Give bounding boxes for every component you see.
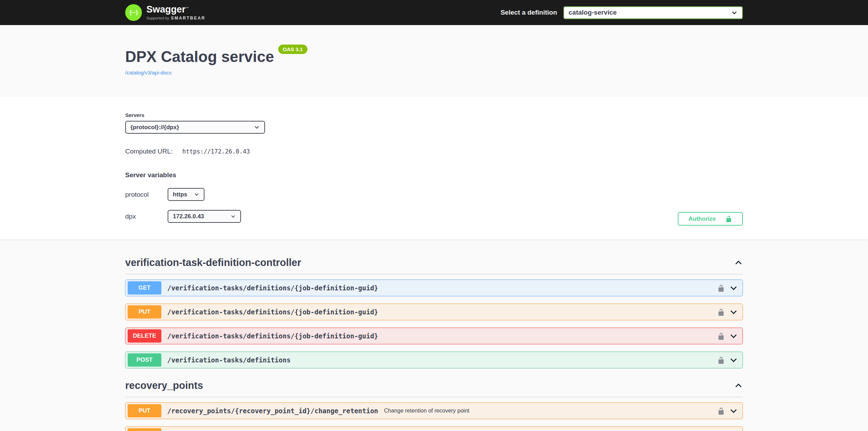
opblock-put-expire[interactable]: PUT /recovery_points/{job_instance_guid}… bbox=[125, 426, 743, 431]
method-badge: DELETE bbox=[128, 329, 161, 343]
tag-section-verification-task-definition-controller: verification-task-definition-controller … bbox=[125, 253, 743, 368]
page-title: DPX Catalog serviceOAS 3.1 bbox=[125, 48, 743, 65]
chevron-up-icon[interactable] bbox=[734, 381, 743, 390]
chevron-down-icon bbox=[231, 214, 236, 219]
api-docs-link[interactable]: /catalog/v3/api-docs bbox=[125, 70, 171, 76]
unlock-icon[interactable] bbox=[717, 332, 725, 340]
definition-select[interactable]: catalog-service bbox=[563, 6, 743, 19]
chevron-down-icon bbox=[254, 124, 260, 130]
chevron-down-icon[interactable] bbox=[729, 356, 738, 365]
definition-select-value: catalog-service bbox=[569, 9, 617, 16]
operation-path: /verification-tasks/definitions/{job-def… bbox=[167, 308, 378, 316]
method-badge: PUT bbox=[128, 305, 161, 319]
protocol-select[interactable]: https bbox=[168, 188, 204, 201]
protocol-select-value: https bbox=[173, 191, 187, 198]
unlock-icon[interactable] bbox=[717, 407, 725, 415]
opblock-put-verification-task-definition[interactable]: PUT /verification-tasks/definitions/{job… bbox=[125, 304, 743, 320]
authorize-label: Authorize bbox=[689, 216, 716, 222]
swagger-braces-glyph: {···} bbox=[129, 9, 137, 16]
chevron-down-icon bbox=[731, 9, 738, 16]
unlock-icon bbox=[725, 216, 732, 222]
server-variable-row: protocol https bbox=[125, 188, 743, 201]
computed-url-value: https://172.26.0.43 bbox=[182, 148, 250, 155]
method-badge: POST bbox=[128, 353, 161, 367]
operation-description: Change retention of recovery point bbox=[384, 408, 469, 414]
servers-select-value: {protocol}://{dpx} bbox=[130, 124, 179, 131]
dpx-select-value: 172.26.0.43 bbox=[173, 213, 204, 220]
operation-path: /verification-tasks/definitions/{job-def… bbox=[167, 332, 378, 340]
chevron-down-icon[interactable] bbox=[729, 308, 738, 316]
oas-version-badge: OAS 3.1 bbox=[278, 45, 307, 54]
unlock-icon[interactable] bbox=[717, 308, 725, 316]
topbar: {···} Swagger™ Supported bySMARTBEAR Sel… bbox=[0, 0, 868, 25]
opblock-put-change-retention[interactable]: PUT /recovery_points/{recovery_point_id}… bbox=[125, 402, 743, 419]
chevron-down-icon[interactable] bbox=[729, 284, 738, 292]
tag-header-recovery-points[interactable]: recovery_points bbox=[125, 376, 743, 397]
swagger-logo-icon: {···} bbox=[125, 4, 142, 21]
chevron-down-icon[interactable] bbox=[729, 407, 738, 415]
info-section: DPX Catalog serviceOAS 3.1 /catalog/v3/a… bbox=[0, 25, 868, 97]
opblock-delete-verification-task-definition[interactable]: DELETE /verification-tasks/definitions/{… bbox=[125, 328, 743, 344]
scheme-container: Servers {protocol}://{dpx} Computed URL:… bbox=[0, 97, 868, 240]
method-badge: PUT bbox=[128, 404, 161, 417]
authorize-button[interactable]: Authorize bbox=[678, 212, 743, 226]
variable-name-dpx: dpx bbox=[125, 213, 168, 220]
operations-area: verification-task-definition-controller … bbox=[125, 240, 743, 431]
server-variable-row: dpx 172.26.0.43 bbox=[125, 210, 743, 223]
swagger-logo: {···} Swagger™ Supported bySMARTBEAR bbox=[125, 4, 206, 21]
logo-tagline: Supported bySMARTBEAR bbox=[146, 16, 206, 21]
chevron-down-icon bbox=[194, 192, 199, 197]
operation-path: /recovery_points/{recovery_point_id}/cha… bbox=[167, 407, 378, 415]
tagline-prefix: Supported by bbox=[146, 16, 169, 20]
chevron-down-icon[interactable] bbox=[729, 332, 738, 340]
unlock-icon[interactable] bbox=[717, 356, 725, 364]
select-definition-label: Select a definition bbox=[500, 9, 557, 16]
trademark-symbol: ™ bbox=[186, 6, 189, 10]
servers-select[interactable]: {protocol}://{dpx} bbox=[125, 121, 265, 134]
tag-section-recovery-points: recovery_points PUT /recovery_points/{re… bbox=[125, 376, 743, 431]
method-badge: GET bbox=[128, 281, 161, 295]
servers-label: Servers bbox=[125, 112, 743, 118]
tag-title: verification-task-definition-controller bbox=[125, 257, 301, 268]
unlock-icon[interactable] bbox=[717, 284, 725, 292]
opblock-post-verification-task-definitions[interactable]: POST /verification-tasks/definitions bbox=[125, 352, 743, 368]
server-variables-title: Server variables bbox=[125, 171, 743, 179]
opblock-get-verification-task-definition[interactable]: GET /verification-tasks/definitions/{job… bbox=[125, 280, 743, 296]
method-badge: PUT bbox=[128, 428, 161, 431]
smartbear-brand: SMARTBEAR bbox=[171, 16, 205, 21]
operation-path: /verification-tasks/definitions/{job-def… bbox=[167, 284, 378, 292]
dpx-select[interactable]: 172.26.0.43 bbox=[168, 210, 241, 223]
operation-path: /verification-tasks/definitions bbox=[167, 356, 291, 364]
swagger-wordmark: Swagger™ bbox=[146, 5, 206, 14]
variable-name-protocol: protocol bbox=[125, 191, 168, 198]
computed-url-label: Computed URL: bbox=[125, 148, 172, 155]
tag-header-verification-task-definition-controller[interactable]: verification-task-definition-controller bbox=[125, 253, 743, 274]
tag-title: recovery_points bbox=[125, 380, 203, 391]
chevron-up-icon[interactable] bbox=[734, 258, 743, 267]
